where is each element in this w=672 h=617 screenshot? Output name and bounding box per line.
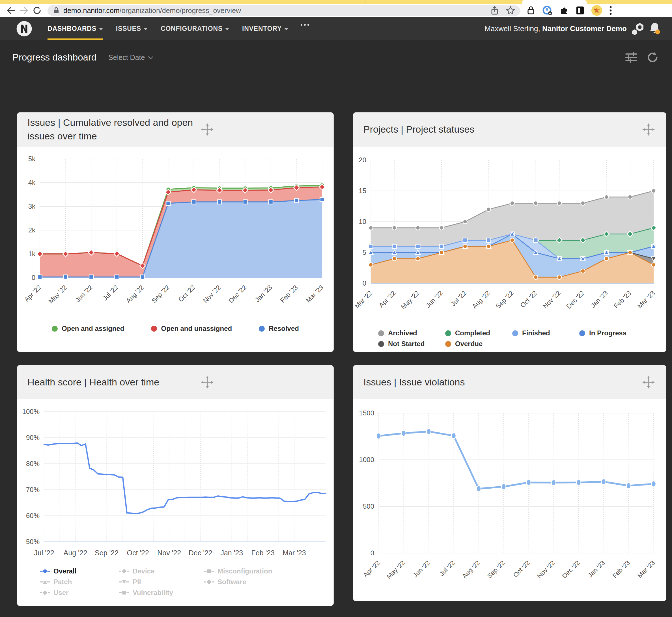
svg-text:Nov '22: Nov '22 xyxy=(536,559,556,580)
legend-item-device[interactable]: Device xyxy=(119,567,204,575)
chevron-down-icon xyxy=(284,28,288,30)
legend-item-overdue[interactable]: Overdue xyxy=(445,340,512,348)
chart-issues-cumulative[interactable]: 01k2k3k4k5kApr '22May '22Jun '22Jul '22A… xyxy=(17,151,333,320)
svg-text:15: 15 xyxy=(359,187,366,195)
svg-text:50%: 50% xyxy=(26,538,40,546)
active-tab[interactable] xyxy=(522,0,587,4)
browser-tab-strip xyxy=(0,0,672,4)
user-name: Maxwell Sterling, xyxy=(485,24,540,33)
refresh-icon[interactable] xyxy=(30,5,43,16)
legend-item-resolved[interactable]: Resolved xyxy=(259,325,299,333)
chart-project-statuses[interactable]: 05101520Mar '22Apr '22May '22Jun '22Jul … xyxy=(353,151,666,326)
chart-issue-violations[interactable]: 050010001500Apr '22May '22Jun '22Jul '22… xyxy=(353,403,666,598)
svg-text:70%: 70% xyxy=(26,486,40,493)
svg-text:Aug '22: Aug '22 xyxy=(471,289,491,310)
move-icon[interactable] xyxy=(642,376,655,389)
nanitor-logo[interactable] xyxy=(16,21,32,37)
sliders-icon[interactable] xyxy=(625,52,638,63)
forward-icon[interactable] xyxy=(18,5,30,16)
url-text: demo.nanitor.com/organization/demo/progr… xyxy=(63,6,241,15)
date-selector[interactable]: Select Date xyxy=(108,53,152,62)
nav-item-inventory[interactable]: INVENTORY xyxy=(242,17,288,40)
legend-dot-icon xyxy=(512,330,518,336)
legend-label: In Progress xyxy=(589,329,627,337)
legend-item-pii[interactable]: PII xyxy=(119,578,204,586)
avatar[interactable] xyxy=(591,5,603,16)
legend-item-open-and-unassigned[interactable]: Open and unassigned xyxy=(151,325,232,333)
legend-item-misconfiguration[interactable]: Misconfiguration xyxy=(204,567,297,575)
svg-text:Sep '22: Sep '22 xyxy=(95,549,119,557)
svg-text:1k: 1k xyxy=(28,250,36,258)
legend-item-user[interactable]: User xyxy=(40,589,119,597)
puzzle-icon[interactable] xyxy=(559,6,569,15)
legend-item-patch[interactable]: Patch xyxy=(40,578,119,586)
svg-text:100%: 100% xyxy=(22,408,40,415)
browser-toolbar: demo.nanitor.com/organization/demo/progr… xyxy=(0,4,672,17)
share-icon[interactable] xyxy=(490,6,499,15)
svg-text:Sep '22: Sep '22 xyxy=(150,283,171,304)
user-section[interactable]: Maxwell Sterling, Nanitor Customer Demo xyxy=(485,22,661,35)
svg-text:Mar '23: Mar '23 xyxy=(283,549,306,557)
legend-item-software[interactable]: Software xyxy=(204,578,297,586)
chevron-down-icon xyxy=(148,54,153,59)
svg-text:1000: 1000 xyxy=(359,456,374,463)
nav-item-dashboards[interactable]: DASHBOARDS xyxy=(47,17,103,40)
onepassword-icon[interactable] xyxy=(542,5,553,16)
move-icon[interactable] xyxy=(201,376,213,389)
legend-item-overall[interactable]: Overall xyxy=(40,567,119,575)
nav-item-label: INVENTORY xyxy=(242,25,282,32)
reload-icon[interactable] xyxy=(647,51,659,64)
nav-item-issues[interactable]: ISSUES xyxy=(116,17,148,40)
chart-legend: ArchivedCompletedFinishedIn ProgressNot … xyxy=(353,329,666,348)
svg-text:Jan '23: Jan '23 xyxy=(586,559,606,579)
svg-text:Mar '23: Mar '23 xyxy=(636,289,656,310)
url-path: /organization/demo/progress_overview xyxy=(120,6,241,14)
chart-legend: OverallDeviceMisconfigurationPatchPIISof… xyxy=(17,567,333,597)
legend-label: Vulnerability xyxy=(133,589,173,597)
url-bar[interactable]: demo.nanitor.com/organization/demo/progr… xyxy=(47,5,520,16)
legend-dot-icon xyxy=(579,330,585,336)
reader-icon[interactable] xyxy=(576,6,584,15)
legend-item-archived[interactable]: Archived xyxy=(378,329,445,337)
svg-text:Oct '22: Oct '22 xyxy=(519,289,538,309)
chevron-down-icon xyxy=(99,28,103,30)
extension-lock-icon[interactable] xyxy=(527,6,535,15)
svg-text:May '22: May '22 xyxy=(399,289,421,311)
legend-item-completed[interactable]: Completed xyxy=(445,329,512,337)
tab-separator xyxy=(365,1,365,3)
legend-label: Open and assigned xyxy=(62,325,124,333)
legend-item-not-started[interactable]: Not Started xyxy=(378,340,445,348)
legend-label: Misconfiguration xyxy=(217,567,272,575)
card-issue-violations: Issues | Issue violations 050010001500Ap… xyxy=(353,365,666,601)
overflow-menu-icon[interactable] xyxy=(301,24,309,33)
card-title: Health score | Health over time xyxy=(27,376,159,389)
move-icon[interactable] xyxy=(642,123,655,136)
back-icon[interactable] xyxy=(5,5,18,16)
legend-item-vulnerability[interactable]: Vulnerability xyxy=(119,589,204,597)
kebab-menu-icon[interactable] xyxy=(609,5,612,16)
square-marker-icon xyxy=(119,590,129,596)
svg-text:5: 5 xyxy=(363,248,366,256)
legend-label: Resolved xyxy=(269,325,299,333)
svg-text:500: 500 xyxy=(363,502,374,510)
legend-label: Software xyxy=(217,578,246,586)
svg-text:Aug '22: Aug '22 xyxy=(461,559,481,580)
legend-item-finished[interactable]: Finished xyxy=(512,329,579,337)
legend-item-open-and-assigned[interactable]: Open and assigned xyxy=(52,325,124,333)
nav-item-label: ISSUES xyxy=(116,25,141,32)
bookmark-star-icon[interactable] xyxy=(506,6,515,15)
chart-health-over-time[interactable]: 50%60%70%80%90%100%Jul '22Aug '22Sep '22… xyxy=(17,403,333,562)
nav-item-label: CONFIGURATIONS xyxy=(161,25,222,32)
svg-text:Nov '22: Nov '22 xyxy=(541,289,562,310)
square-marker-icon xyxy=(204,568,214,574)
hexagons-icon[interactable] xyxy=(631,22,644,35)
card-header: Issues | Cumulative resolved and open is… xyxy=(17,113,333,147)
svg-text:May '22: May '22 xyxy=(385,559,406,580)
legend-item-in-progress[interactable]: In Progress xyxy=(579,329,646,337)
move-icon[interactable] xyxy=(201,123,213,136)
svg-text:Jun '22: Jun '22 xyxy=(74,283,94,303)
svg-text:Nov '22: Nov '22 xyxy=(202,283,222,304)
bell-icon[interactable] xyxy=(649,22,661,35)
nav-item-label: DASHBOARDS xyxy=(47,25,97,32)
nav-item-configurations[interactable]: CONFIGURATIONS xyxy=(161,17,229,40)
